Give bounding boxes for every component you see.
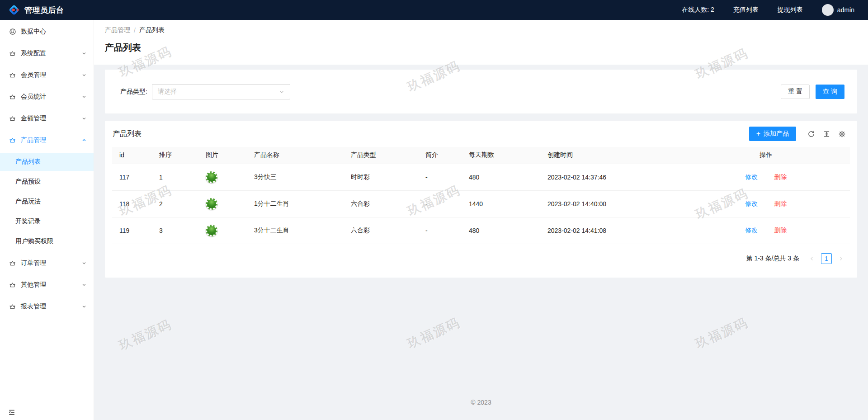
sidebar-menu: 数据中心 系统配置 会员管理 [0, 20, 94, 317]
sidebar-item-label: 会员管理 [21, 71, 46, 79]
breadcrumb-current: 产品列表 [139, 26, 165, 34]
product-image [206, 171, 217, 183]
sidebar-item-system-config[interactable]: 系统配置 [0, 42, 94, 64]
sidebar-subitem-label: 产品列表 [15, 158, 41, 166]
sidebar-item-label: 数据中心 [21, 28, 46, 36]
cell-id: 119 [112, 217, 152, 244]
cell-sort: 1 [152, 164, 198, 190]
sidebar-subitem-product-list[interactable]: 产品列表 [0, 153, 94, 171]
sidebar-subitem-product-preset[interactable]: 产品预设 [0, 173, 94, 191]
smile-icon [9, 28, 16, 35]
cell-periods: 480 [462, 164, 540, 190]
column-height-icon[interactable] [819, 126, 834, 142]
sidebar-subitem-lottery-records[interactable]: 开奖记录 [0, 212, 94, 231]
reload-icon[interactable] [803, 126, 819, 142]
sidebar-item-product-management[interactable]: 产品管理 [0, 129, 94, 151]
crown-icon [9, 115, 16, 122]
col-header-actions: 操作 [682, 147, 850, 164]
edit-link[interactable]: 修改 [745, 227, 758, 234]
sidebar-item-amount-management[interactable]: 金额管理 [0, 108, 94, 129]
sidebar-item-label: 产品管理 [21, 136, 46, 144]
menu-fold-icon [8, 409, 15, 416]
sidebar-subitem-label: 开奖记录 [15, 217, 41, 226]
sidebar-item-label: 系统配置 [21, 49, 46, 57]
chevron-up-icon [82, 138, 86, 142]
crown-icon [9, 137, 16, 144]
pagination-page-1[interactable]: 1 [821, 253, 832, 264]
sidebar-item-other-management[interactable]: 其他管理 [0, 274, 94, 296]
cell-sort: 2 [152, 190, 198, 217]
pagination-prev-icon[interactable] [807, 253, 817, 264]
user-menu[interactable]: admin [822, 4, 854, 16]
sidebar-collapse-button[interactable] [0, 404, 94, 420]
sidebar-subitem-user-purchase-permission[interactable]: 用户购买权限 [0, 232, 94, 250]
pagination-next-icon[interactable] [835, 253, 846, 264]
chevron-down-icon [82, 261, 86, 265]
query-button[interactable]: 查 询 [816, 85, 844, 99]
cell-type: 时时彩 [344, 164, 418, 190]
breadcrumb-parent[interactable]: 产品管理 [105, 26, 130, 34]
delete-link[interactable]: 删除 [774, 173, 787, 180]
cell-actions: 修改 删除 [682, 190, 850, 217]
setting-icon[interactable] [834, 126, 849, 142]
breadcrumb: 产品管理 / 产品列表 [105, 26, 857, 34]
chevron-down-icon [279, 89, 284, 94]
chevron-down-icon [82, 283, 86, 287]
cell-intro: - [418, 164, 462, 190]
col-header-id: id [112, 147, 152, 164]
edit-link[interactable]: 修改 [745, 173, 758, 180]
product-type-label: 产品类型: [120, 88, 147, 96]
chevron-down-icon [82, 51, 86, 56]
cell-intro: - [418, 190, 462, 217]
table-row: 118 2 1分十二生肖 六合彩 - 1440 2023-02-02 14:40… [112, 190, 850, 217]
cell-created: 2023-02-02 14:41:08 [540, 217, 682, 244]
sidebar-subitem-label: 用户购买权限 [15, 237, 53, 245]
cell-created: 2023-02-02 14:40:00 [540, 190, 682, 217]
select-placeholder: 请选择 [158, 88, 177, 96]
delete-link[interactable]: 删除 [774, 227, 787, 234]
sidebar-item-report-management[interactable]: 报表管理 [0, 296, 94, 317]
col-header-periods: 每天期数 [462, 147, 540, 164]
crown-icon [9, 303, 16, 310]
sidebar-item-label: 报表管理 [21, 302, 46, 311]
page-header: 产品管理 / 产品列表 产品列表 [94, 20, 868, 65]
cell-intro: - [418, 217, 462, 244]
chevron-down-icon [82, 116, 86, 121]
sidebar-item-member-stats[interactable]: 会员统计 [0, 86, 94, 108]
sidebar-subitem-product-play[interactable]: 产品玩法 [0, 193, 94, 211]
col-header-name: 产品名称 [247, 147, 344, 164]
copyright: © 2023 [105, 399, 857, 406]
pagination: 第 1-3 条/总共 3 条 1 [105, 244, 857, 264]
cell-sort: 3 [152, 217, 198, 244]
reset-button[interactable]: 重 置 [781, 85, 810, 99]
product-type-select[interactable]: 请选择 [152, 84, 290, 99]
edit-link[interactable]: 修改 [745, 200, 758, 207]
logo[interactable]: 管理员后台 [0, 4, 64, 16]
cell-type: 六合彩 [344, 217, 418, 244]
add-product-button[interactable]: + 添加产品 [749, 127, 796, 141]
col-header-created: 创建时间 [540, 147, 682, 164]
avatar [822, 4, 834, 16]
col-header-intro: 简介 [418, 147, 462, 164]
sidebar-item-data-center[interactable]: 数据中心 [0, 21, 94, 42]
sidebar-item-order-management[interactable]: 订单管理 [0, 252, 94, 274]
username: admin [837, 6, 854, 14]
plus-icon: + [756, 130, 760, 137]
cell-name: 1分十二生肖 [247, 190, 344, 217]
crown-icon [9, 260, 16, 267]
product-image [206, 198, 217, 210]
sidebar-subitem-label: 产品玩法 [15, 198, 41, 206]
sidebar-item-member-management[interactable]: 会员管理 [0, 64, 94, 86]
col-header-type: 产品类型 [344, 147, 418, 164]
chevron-down-icon [82, 73, 86, 77]
delete-link[interactable]: 删除 [774, 200, 787, 207]
sidebar: 数据中心 系统配置 会员管理 [0, 20, 94, 420]
add-product-label: 添加产品 [764, 130, 789, 138]
cell-periods: 480 [462, 217, 540, 244]
nav-withdraw-list[interactable]: 提现列表 [778, 6, 803, 14]
nav-recharge-list[interactable]: 充值列表 [733, 6, 759, 14]
sidebar-item-label: 会员统计 [21, 93, 46, 101]
app-title: 管理员后台 [24, 5, 64, 15]
cell-image [198, 217, 247, 244]
sidebar-item-label: 其他管理 [21, 281, 46, 289]
